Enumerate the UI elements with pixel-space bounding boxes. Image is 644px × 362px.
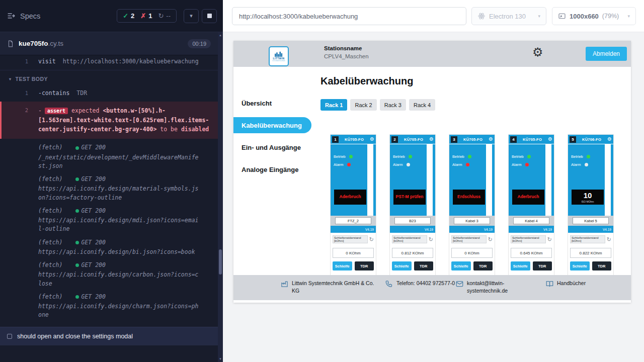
fetch-log-row[interactable]: (fetch)GET 200 https://api.iconify.desig… [0,170,218,202]
sidebar-item-ein-und-ausgaenge[interactable]: Ein- und Ausgänge [233,139,311,155]
page-title: Kabelüberwachung [320,75,631,87]
assert-mid: to be [160,126,178,133]
book-icon [546,280,553,288]
fetch-status: GET 200 [81,175,105,184]
fetch-log-row[interactable]: (fetch)GET 200 https://api.iconify.desig… [0,288,218,320]
refresh-icon[interactable]: ↻ [429,237,433,242]
refresh-icon[interactable]: ↻ [488,237,493,242]
footer-phone: Telefon: 04402 972577-0 [385,280,456,288]
card-gear-icon[interactable]: ⚙ [607,137,612,142]
firmware-version: V4.19 [331,226,376,233]
command-log: 1 visithttp://localhost:3000/kabelueberw… [0,55,218,362]
device-card-3: 3 KÜ705-FO ⚙ Betrieb Alarm [449,135,495,275]
specs-menu-button[interactable]: Specs [7,12,40,20]
measurement-label: Schleifenwiderstand [kOhm] [392,235,427,243]
spec-extension: .cy.ts [48,40,64,47]
device-card-4: 4 KÜ705-FO ⚙ Betrieb Alarm [509,135,554,275]
schleife-button[interactable]: Schleife [392,261,412,270]
alarm-led [585,163,588,166]
status-display: Erdschluss [453,190,485,205]
schleife-button[interactable]: Schleife [570,261,590,270]
cable-stripe [605,144,611,216]
card-gear-icon[interactable]: ⚙ [489,137,493,142]
schleife-button[interactable]: Schleife [511,261,530,270]
command-visit[interactable]: 1 visithttp://localhost:3000/kabelueberw… [0,55,218,68]
status-ok-dot [75,241,79,244]
footer-email[interactable]: kontakt@littwin-systemtechnik.de [456,280,513,294]
stat-pending: ↻-- [158,12,171,20]
tab-rack-3[interactable]: Rack 3 [380,99,406,111]
card-number: 4 [510,136,517,143]
command-arg: TDR [76,89,87,97]
tab-rack-2[interactable]: Rack 2 [350,99,376,111]
tdr-button[interactable]: TDR [533,261,552,270]
cable-stripe [486,144,492,216]
betrieb-led [468,155,471,158]
spec-name: kue705fo [19,40,48,47]
cable-stripe [545,144,551,216]
firmware-version: V4.19 [449,226,495,233]
refresh-icon[interactable]: ↻ [607,237,611,242]
scroll-down-arrow[interactable]: ▼ [218,356,223,362]
fetch-log-row[interactable]: (fetch)GET 200 /_next/static/development… [0,139,218,170]
schleife-button[interactable]: Schleife [333,261,352,270]
tdr-button[interactable]: TDR [473,261,493,270]
browser-select[interactable]: Electron 130 ▾ [471,7,546,25]
status-display: Aderbruch [334,190,366,205]
alarm-label: Alarm [512,162,522,167]
card-gear-icon[interactable]: ⚙ [370,137,374,142]
command-number: 1 [0,89,28,98]
logo-text: LITTWIN [273,57,284,60]
viewport-select[interactable]: 1000x660 (79%) ▾ [552,7,636,25]
check-icon: ✓ [123,12,128,20]
card-gear-icon[interactable]: ⚙ [548,137,552,142]
spec-header[interactable]: kue705fo.cy.ts 00:19 [0,32,218,55]
next-test-row[interactable]: should open and close the settings modal [0,327,218,346]
scroll-up-arrow[interactable]: ▲ [218,32,223,38]
card-number: 1 [332,136,339,143]
fetch-log-row[interactable]: (fetch)GET 200 https://api.iconify.desig… [0,256,218,288]
firmware-version: V4.19 [390,226,435,233]
alarm-label: Alarm [334,162,344,167]
x-icon: ✗ [140,12,146,20]
assert-dash: - [38,107,42,114]
test-body-section-header[interactable]: ▾ TEST BODY [0,70,218,87]
device-card-1: 1 KÜ705-FO ⚙ Betrieb Alarm [331,135,376,275]
chevron-down-icon: ▾ [538,14,540,19]
logout-button[interactable]: Abmelden [586,47,627,61]
url-input[interactable] [232,7,466,25]
fetch-log-row[interactable]: (fetch)GET 200 https://api.iconify.desig… [0,202,218,234]
tdr-button[interactable]: TDR [414,261,434,270]
stop-tests-button[interactable] [202,9,217,23]
sidebar-item-uebersicht[interactable]: Übersicht [233,95,311,111]
tdr-button[interactable]: TDR [355,261,374,270]
reporter-scrollbar[interactable]: ▲ ▼ [218,32,223,362]
skyline-icon [273,51,284,57]
card-gear-icon[interactable]: ⚙ [429,137,434,142]
collapse-chevron-button[interactable]: ▾ [184,9,199,23]
fetch-status: GET 200 [81,293,105,301]
sidebar-item-kabelueberwachung[interactable]: Kabelüberwachung [233,117,311,133]
test-box-icon [7,334,12,339]
fetch-url: https://api.iconify.design/material-symb… [38,185,201,202]
tab-rack-4[interactable]: Rack 4 [409,99,435,111]
refresh-icon[interactable]: ↻ [547,237,552,242]
fetch-log-row[interactable]: (fetch)GET 200 https://api.iconify.desig… [0,234,218,257]
footer-company: Littwin Systemtechnik GmbH & Co. KG [281,280,378,294]
status-display: PST-M prüfen [393,190,426,205]
specs-list-icon [7,12,16,20]
scrollbar-thumb[interactable] [219,249,222,275]
tab-rack-1[interactable]: Rack 1 [320,99,347,111]
failed-assert-row[interactable]: 2 -assertexpected <button.w-[50%].h-[1.5… [0,102,218,139]
command-contains[interactable]: 1 -containsTDR [0,87,218,100]
firmware-version: V4.19 [568,226,613,233]
betrieb-led [409,155,412,158]
refresh-icon[interactable]: ↻ [369,237,374,242]
settings-gear-icon[interactable]: ⚙ [532,45,543,60]
alarm-label: Alarm [452,162,462,167]
footer-manuals-link[interactable]: Handbücher [546,280,586,288]
schleife-button[interactable]: Schleife [451,261,471,270]
sidebar-item-analoge-eingaenge[interactable]: Analoge Eingänge [233,161,311,177]
tdr-button[interactable]: TDR [592,261,612,270]
command-number: 2 [2,106,28,134]
